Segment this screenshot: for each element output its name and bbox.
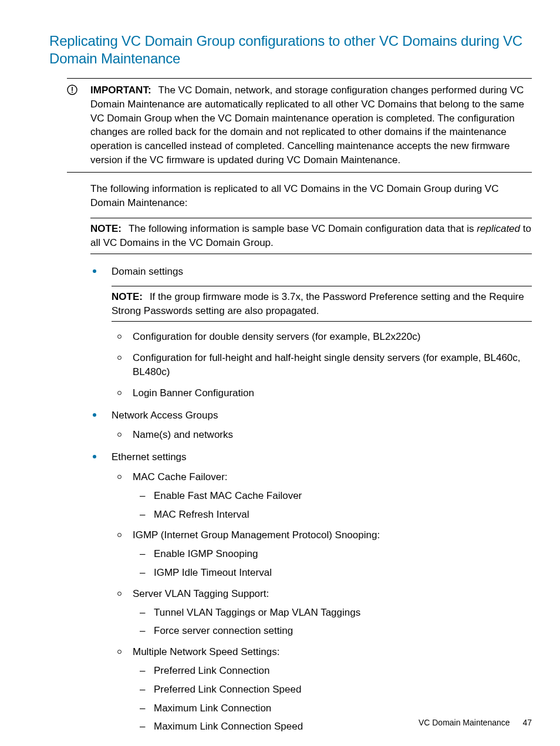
list-item: Preferred Link Connection (133, 664, 532, 678)
section-title: Replicating VC Domain Group configuratio… (49, 32, 532, 67)
list-item: Tunnel VLAN Taggings or Map VLAN Tagging… (133, 606, 532, 620)
list-item: IGMP (Internet Group Management Protocol… (112, 528, 532, 579)
list-item-label: IGMP (Internet Group Management Protocol… (133, 529, 380, 541)
list-item: Enable IGMP Snooping (133, 547, 532, 561)
list-item: Name(s) and networks (112, 428, 532, 442)
footer-page-number: 47 (522, 718, 532, 727)
list-item-label: MAC Cache Failover: (133, 471, 228, 482)
important-callout: IMPORTANT:The VC Domain, network, and st… (67, 78, 532, 173)
note-callout-inner: NOTE:If the group firmware mode is 3.7x,… (112, 286, 532, 322)
replication-list: Domain settings NOTE:If the group firmwa… (90, 265, 532, 734)
note-label: NOTE: (112, 291, 143, 302)
note-text-pre: The following information is sample base… (129, 223, 477, 234)
list-item: Login Banner Configuration (112, 386, 532, 400)
svg-rect-1 (72, 87, 73, 91)
svg-rect-2 (72, 92, 73, 93)
important-text: The VC Domain, network, and storage conf… (90, 85, 524, 166)
list-item: Preferred Link Connection Speed (133, 683, 532, 697)
list-item: Maximum Link Connection (133, 701, 532, 715)
list-item: MAC Cache Failover: Enable Fast MAC Cach… (112, 470, 532, 521)
list-item: Force server connection setting (133, 624, 532, 638)
note-label: NOTE: (90, 223, 122, 234)
list-item: Server VLAN Tagging Support: Tunnel VLAN… (112, 587, 532, 638)
list-item: Configuration for full-height and half-h… (112, 351, 532, 379)
list-item-label: Server VLAN Tagging Support: (133, 588, 269, 599)
list-item: Configuration for double density servers… (112, 330, 532, 344)
list-item-label: Multiple Network Speed Settings: (133, 646, 279, 657)
list-item: MAC Refresh Interval (133, 508, 532, 522)
note-text: If the group firmware mode is 3.7x, the … (112, 291, 524, 316)
list-item-label: Domain settings (112, 266, 183, 277)
page-footer: VC Domain Maintenance 47 (419, 718, 532, 727)
important-icon (67, 85, 77, 95)
footer-section: VC Domain Maintenance (419, 718, 510, 727)
list-item-label: Network Access Groups (112, 410, 218, 421)
list-item: Domain settings NOTE:If the group firmwa… (90, 265, 532, 400)
list-item: Enable Fast MAC Cache Failover (133, 489, 532, 503)
list-item-label: Ethernet settings (112, 451, 187, 463)
intro-paragraph: The following information is replicated … (90, 182, 532, 210)
list-item: Network Access Groups Name(s) and networ… (90, 409, 532, 443)
important-label: IMPORTANT: (90, 85, 151, 96)
list-item: Ethernet settings MAC Cache Failover: En… (90, 450, 532, 734)
note-callout: NOTE:The following information is sample… (90, 218, 532, 254)
list-item: IGMP Idle Timeout Interval (133, 566, 532, 580)
note-text-em: replicated (477, 223, 520, 234)
